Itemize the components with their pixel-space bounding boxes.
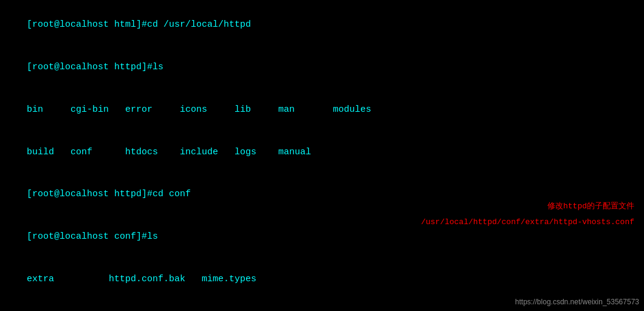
watermark: https://blog.csdn.net/weixin_53567573 bbox=[515, 298, 639, 306]
terminal-line-2: [root@localhost httpd]#ls bbox=[5, 46, 639, 89]
terminal-line-3: bin cgi-bin error icons lib man modules bbox=[5, 89, 639, 131]
prompt-5: [root@localhost httpd]#cd conf bbox=[27, 189, 191, 199]
prompt-2: [root@localhost httpd]#ls bbox=[27, 62, 163, 72]
ls-output-1: bin cgi-bin error icons lib man modules bbox=[27, 104, 371, 115]
terminal-line-1: [root@localhost html]#cd /usr/local/http… bbox=[5, 4, 639, 46]
terminal-line-4: build conf htdocs include logs manual bbox=[5, 131, 639, 173]
annotation-modify: 修改httpd的子配置文件 bbox=[547, 200, 634, 211]
ls-conf-1: extra httpd.conf.bak mime.types bbox=[27, 274, 256, 284]
terminal-line-7: extra httpd.conf.bak mime.types bbox=[5, 258, 639, 301]
prompt-6: [root@localhost conf]#ls bbox=[27, 231, 158, 242]
terminal: [root@localhost html]#cd /usr/local/http… bbox=[0, 0, 644, 311]
ls-output-2: build conf htdocs include logs manual bbox=[27, 147, 311, 157]
terminal-line-5: [root@localhost httpd]#cd conf bbox=[5, 173, 639, 216]
prompt-1: [root@localhost html]#cd /usr/local/http… bbox=[27, 19, 251, 30]
annotation-path: /usr/local/httpd/conf/extra/httpd-vhosts… bbox=[421, 217, 634, 227]
